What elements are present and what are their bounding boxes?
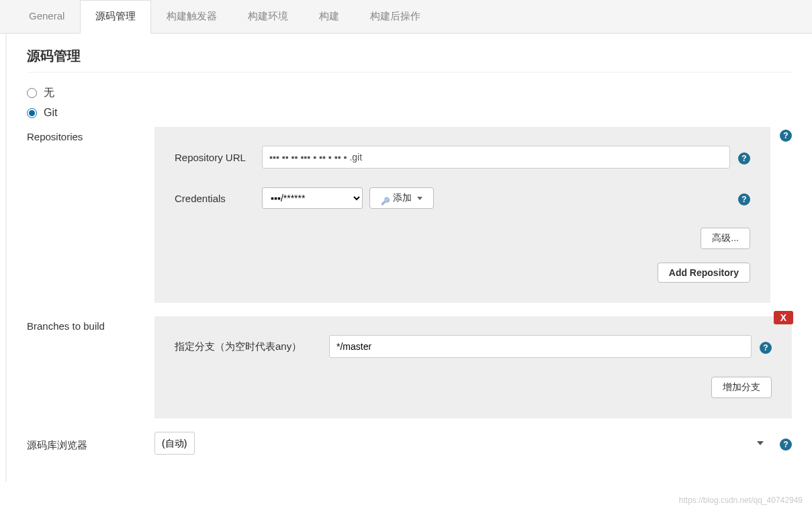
repo-browser-select[interactable]: (自动) <box>154 432 195 455</box>
help-icon[interactable]: ? <box>760 342 772 354</box>
key-icon <box>381 195 390 201</box>
advanced-button[interactable]: 高级... <box>701 228 750 249</box>
tab-triggers[interactable]: 构建触发器 <box>151 0 232 33</box>
credentials-select[interactable]: ▪▪▪/****** <box>262 187 363 209</box>
tab-env[interactable]: 构建环境 <box>232 0 304 33</box>
help-icon[interactable]: ? <box>738 193 750 205</box>
repo-browser-row: 源码库浏览器 (自动) ? <box>27 432 792 455</box>
tab-build[interactable]: 构建 <box>304 0 355 33</box>
add-credentials-button[interactable]: 添加 <box>369 187 434 209</box>
section-title: 源码管理 <box>27 47 792 65</box>
scm-radio-group: 无 Git <box>27 86 792 119</box>
tab-general[interactable]: General <box>13 0 80 33</box>
credentials-label: Credentials <box>175 193 262 204</box>
delete-branch-button[interactable]: X <box>774 311 793 324</box>
branches-label: Branches to build <box>27 316 154 332</box>
repo-url-input[interactable] <box>262 146 730 169</box>
branch-spec-label: 指定分支（为空时代表any） <box>175 340 329 353</box>
radio-none[interactable] <box>27 88 37 98</box>
radio-git[interactable] <box>27 108 37 118</box>
branches-row: Branches to build X 指定分支（为空时代表any） ? 增加分… <box>27 316 792 418</box>
branch-spec-input[interactable] <box>329 335 752 358</box>
tab-postbuild[interactable]: 构建后操作 <box>355 0 436 33</box>
help-icon[interactable]: ? <box>780 130 792 142</box>
help-icon[interactable]: ? <box>780 438 792 451</box>
help-icon[interactable]: ? <box>738 152 750 165</box>
content-area: 源码管理 无 Git Repositories Repository URL ?… <box>5 34 812 481</box>
add-repository-button[interactable]: Add Repository <box>658 263 750 283</box>
repositories-panel: Repository URL ? Credentials ▪▪▪/****** … <box>154 127 770 303</box>
divider <box>27 72 792 73</box>
tab-scm[interactable]: 源码管理 <box>80 0 151 34</box>
config-tabs: General 源码管理 构建触发器 构建环境 构建 构建后操作 <box>0 0 812 34</box>
radio-none-label: 无 <box>44 86 54 100</box>
repositories-label: Repositories <box>27 127 154 142</box>
repo-url-label: Repository URL <box>175 152 262 163</box>
repo-browser-select-wrap: (自动) <box>154 432 770 455</box>
radio-git-label: Git <box>44 107 57 119</box>
chevron-down-icon <box>417 197 422 200</box>
branches-panel: X 指定分支（为空时代表any） ? 增加分支 <box>154 316 792 418</box>
repo-browser-label: 源码库浏览器 <box>27 435 154 452</box>
repositories-row: Repositories Repository URL ? Credential… <box>27 127 792 303</box>
add-credentials-label: 添加 <box>393 192 412 204</box>
add-branch-button[interactable]: 增加分支 <box>711 377 772 398</box>
